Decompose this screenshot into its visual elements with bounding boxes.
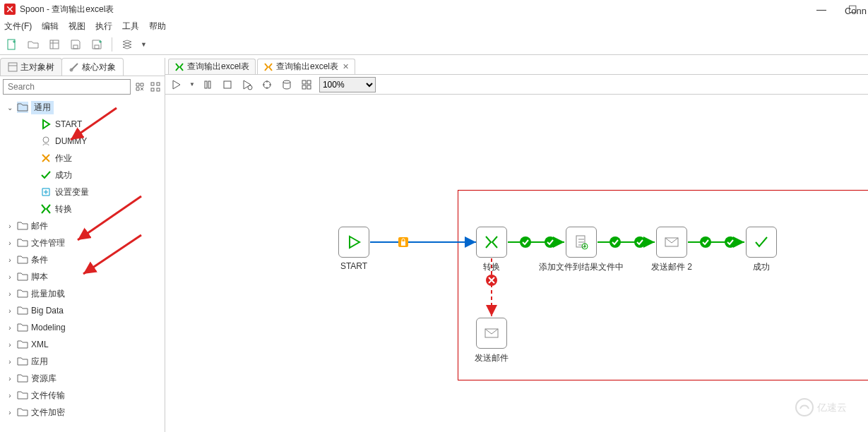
perspective-icon[interactable]: [119, 37, 135, 52]
dummy-icon: [40, 135, 52, 148]
node-start[interactable]: [338, 227, 369, 258]
chevron-right-icon[interactable]: ›: [6, 222, 14, 230]
tree-job-label: 作业: [55, 152, 72, 164]
close-tab-icon[interactable]: ✕: [343, 62, 349, 71]
chevron-right-icon[interactable]: ›: [6, 358, 14, 366]
editor-tab-1[interactable]: 查询输出excel表: [168, 59, 256, 74]
node-success[interactable]: [746, 227, 777, 258]
tree-general-label: 通用: [31, 101, 54, 114]
menu-tools[interactable]: 工具: [122, 20, 139, 32]
editor-tab-2[interactable]: 查询输出excel表 ✕: [257, 59, 355, 74]
menu-help[interactable]: 帮助: [149, 20, 166, 32]
tree-start[interactable]: START: [0, 116, 165, 133]
tree-dummy-label: DUMMY: [55, 136, 87, 146]
stop-icon[interactable]: [220, 78, 234, 92]
app-icon: [4, 4, 16, 15]
pause-icon[interactable]: [201, 78, 215, 92]
svg-rect-3: [73, 45, 78, 49]
minimize-button[interactable]: —: [806, 0, 837, 18]
save-icon[interactable]: [68, 37, 83, 52]
tree-condition-label: 条件: [31, 254, 48, 266]
tree-job[interactable]: 作业: [0, 150, 165, 167]
tree-script[interactable]: ›脚本: [0, 268, 165, 285]
tab-core-objects[interactable]: 核心对象: [61, 58, 124, 76]
chevron-right-icon[interactable]: ›: [6, 239, 14, 247]
run-icon[interactable]: [170, 78, 184, 92]
tree-fileenc[interactable]: ›文件加密: [0, 404, 165, 421]
chevron-right-icon[interactable]: ›: [6, 341, 14, 349]
chevron-right-icon[interactable]: ›: [6, 307, 14, 315]
sql-icon[interactable]: [280, 78, 294, 92]
menu-edit[interactable]: 编辑: [42, 20, 59, 32]
svg-point-40: [796, 399, 813, 416]
open-file-icon[interactable]: [25, 37, 41, 52]
svg-rect-4: [95, 45, 99, 49]
tree-general[interactable]: ⌄ 通用: [0, 99, 165, 116]
tree-condition[interactable]: ›条件: [0, 251, 165, 268]
collapse-all-icon[interactable]: [149, 80, 162, 93]
node-success-label: 成功: [753, 261, 770, 273]
sidebar-tabs: 主对象树 核心对象: [0, 58, 165, 76]
folder-icon: [17, 390, 28, 401]
svg-rect-5: [8, 63, 17, 71]
folder-icon: [17, 237, 28, 248]
tree-filemgmt-label: 文件管理: [31, 237, 65, 249]
folder-icon: [17, 271, 28, 282]
svg-rect-18: [302, 80, 306, 84]
tree-transform[interactable]: 转换: [0, 200, 165, 217]
tree-repo-label: 资源库: [31, 373, 57, 385]
svg-rect-7: [151, 83, 154, 85]
svg-rect-20: [302, 85, 306, 89]
chevron-right-icon[interactable]: ›: [6, 375, 14, 383]
impact-icon[interactable]: [299, 78, 314, 92]
tree-transform-label: 转换: [55, 203, 72, 215]
tree-bigdata[interactable]: ›Big Data: [0, 302, 165, 319]
menu-view[interactable]: 视图: [69, 20, 85, 32]
debug-icon[interactable]: [260, 78, 274, 92]
node-sendmail[interactable]: [476, 318, 507, 349]
node-addfile[interactable]: [566, 227, 597, 258]
tree-setvar[interactable]: 设置变量: [0, 184, 165, 200]
chevron-right-icon[interactable]: ›: [6, 290, 14, 298]
chevron-right-icon[interactable]: ›: [6, 273, 14, 281]
node-sendmail2[interactable]: [656, 227, 687, 258]
preview-icon[interactable]: [240, 78, 254, 92]
dropdown-icon[interactable]: ▼: [189, 81, 195, 88]
tree-modeling-label: Modeling: [31, 323, 66, 332]
chevron-down-icon[interactable]: ⌄: [6, 104, 14, 112]
zoom-select[interactable]: 100%: [319, 77, 376, 92]
chevron-right-icon[interactable]: ›: [6, 324, 14, 332]
chevron-right-icon[interactable]: ›: [6, 409, 14, 416]
tree-filemgmt[interactable]: ›文件管理: [0, 234, 165, 251]
tree-app[interactable]: ›应用: [0, 353, 165, 370]
tree-xml[interactable]: ›XML: [0, 336, 165, 353]
save-as-icon[interactable]: [89, 37, 105, 52]
editor-toolbar: ▼ 100%: [165, 75, 868, 95]
tree-bulkload[interactable]: ›批量加载: [0, 285, 165, 302]
svg-text:亿速云: 亿速云: [816, 402, 847, 413]
chevron-right-icon[interactable]: ›: [6, 392, 14, 400]
tree-filetransfer[interactable]: ›文件传输: [0, 387, 165, 404]
canvas[interactable]: START 转换 添加文件到结果文件中 发送邮件 2 成功 发送邮件 亿速云: [165, 95, 868, 432]
svg-rect-13: [208, 81, 210, 88]
menu-file[interactable]: 文件(F): [4, 20, 32, 32]
tree-repo[interactable]: ›资源库: [0, 370, 165, 387]
tree-dummy[interactable]: DUMMY: [0, 133, 165, 150]
explore-icon[interactable]: [47, 37, 62, 52]
tree-bigdata-label: Big Data: [31, 306, 64, 316]
new-file-icon[interactable]: [4, 37, 20, 52]
expand-all-icon[interactable]: [133, 80, 146, 93]
node-transform[interactable]: [476, 227, 507, 258]
folder-icon: [17, 305, 28, 316]
tree-mail[interactable]: ›邮件: [0, 217, 165, 234]
tree-success[interactable]: 成功: [0, 167, 165, 184]
svg-rect-24: [401, 241, 405, 246]
dropdown-icon[interactable]: ▼: [141, 41, 147, 48]
search-input[interactable]: [3, 79, 131, 95]
menu-run[interactable]: 执行: [95, 20, 112, 32]
chevron-right-icon[interactable]: ›: [6, 256, 14, 264]
tree-modeling[interactable]: ›Modeling: [0, 319, 165, 336]
svg-rect-8: [157, 83, 160, 85]
tab-main-tree[interactable]: 主对象树: [0, 58, 62, 76]
connection-label[interactable]: Conn: [845, 0, 867, 21]
